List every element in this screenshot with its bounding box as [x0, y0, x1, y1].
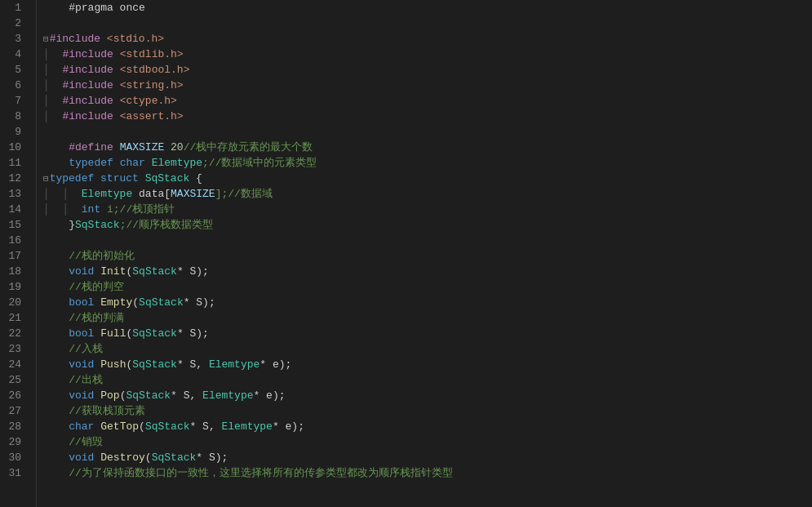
line-number: 15 — [0, 217, 28, 233]
line-number: 25 — [0, 372, 28, 388]
line-number: 12 — [0, 171, 28, 186]
line-number: 7 — [0, 93, 28, 109]
code-line — [43, 16, 812, 31]
line-number: 17 — [0, 248, 28, 264]
line-number: 6 — [0, 78, 28, 93]
line-number: 3 — [0, 31, 28, 47]
line-number: 27 — [0, 403, 28, 419]
code-line: void Destroy(SqStack* S); — [43, 450, 812, 465]
code-line: │ #include <string.h> — [43, 78, 812, 93]
code-line: typedef char Elemtype;//数据域中的元素类型 — [43, 155, 812, 171]
code-line: #pragma once — [43, 0, 812, 16]
code-line: //获取栈顶元素 — [43, 403, 812, 419]
code-line: #define MAXSIZE 20//栈中存放元素的最大个数 — [43, 140, 812, 155]
line-number: 24 — [0, 357, 28, 372]
code-line: │ #include <stdlib.h> — [43, 47, 812, 62]
code-line: void Init(SqStack* S); — [43, 264, 812, 279]
code-line: ⊟typedef struct SqStack { — [43, 171, 812, 186]
code-line: //为了保持函数接口的一致性，这里选择将所有的传参类型都改为顺序栈指针类型 — [43, 465, 812, 481]
line-number: 29 — [0, 434, 28, 450]
line-number: 26 — [0, 388, 28, 403]
code-line: │ #include <ctype.h> — [43, 93, 812, 109]
code-line: void Pop(SqStack* S, Elemtype* e); — [43, 388, 812, 403]
line-number: 1 — [0, 0, 28, 16]
code-line — [43, 124, 812, 140]
line-number: 2 — [0, 16, 28, 31]
code-line: bool Empty(SqStack* S); — [43, 295, 812, 310]
code-line: //栈的判空 — [43, 279, 812, 295]
line-number: 8 — [0, 109, 28, 124]
code-line: │ │ int i;//栈顶指针 — [43, 202, 812, 217]
code-line: }SqStack;//顺序栈数据类型 — [43, 217, 812, 233]
line-number: 30 — [0, 450, 28, 465]
line-number: 23 — [0, 341, 28, 357]
line-number: 5 — [0, 62, 28, 78]
collapse-icon[interactable]: ⊟ — [43, 174, 49, 184]
code-line: bool Full(SqStack* S); — [43, 326, 812, 341]
line-number: 10 — [0, 140, 28, 155]
line-number: 13 — [0, 186, 28, 202]
code-editor: 1234567891011121314151617181920212223242… — [0, 0, 812, 507]
code-line: void Push(SqStack* S, Elemtype* e); — [43, 357, 812, 372]
code-area: 1234567891011121314151617181920212223242… — [0, 0, 812, 507]
line-number: 20 — [0, 295, 28, 310]
line-number: 31 — [0, 465, 28, 481]
code-line: //栈的初始化 — [43, 248, 812, 264]
line-number: 14 — [0, 202, 28, 217]
code-line: │ #include <assert.h> — [43, 109, 812, 124]
line-number: 28 — [0, 419, 28, 434]
line-number: 4 — [0, 47, 28, 62]
line-number: 18 — [0, 264, 28, 279]
line-number: 11 — [0, 155, 28, 171]
collapse-icon[interactable]: ⊟ — [43, 34, 49, 44]
line-number: 9 — [0, 124, 28, 140]
line-numbers: 1234567891011121314151617181920212223242… — [0, 0, 37, 507]
code-line: //栈的判满 — [43, 310, 812, 326]
code-content[interactable]: #pragma once ⊟#include <stdio.h>│ #inclu… — [37, 0, 812, 507]
code-line — [43, 233, 812, 248]
line-number: 21 — [0, 310, 28, 326]
code-line: │ │ Elemtype data[MAXSIZE];//数据域 — [43, 186, 812, 202]
code-line: //出栈 — [43, 372, 812, 388]
code-line: ⊟#include <stdio.h> — [43, 31, 812, 47]
code-line: char GetTop(SqStack* S, Elemtype* e); — [43, 419, 812, 434]
code-line: //入栈 — [43, 341, 812, 357]
line-number: 16 — [0, 233, 28, 248]
code-line: │ #include <stdbool.h> — [43, 62, 812, 78]
line-number: 22 — [0, 326, 28, 341]
code-line: //销毁 — [43, 434, 812, 450]
line-number: 19 — [0, 279, 28, 295]
